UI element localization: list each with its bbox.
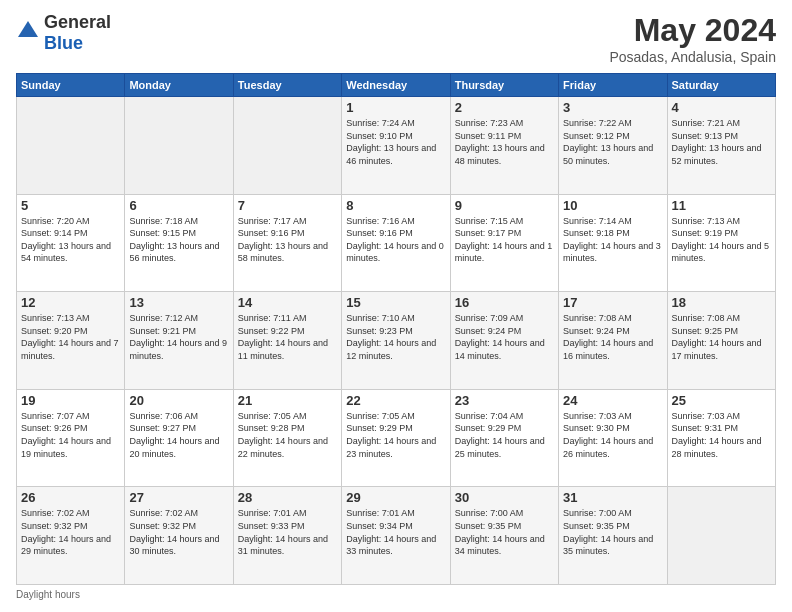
cell-info: Sunrise: 7:05 AMSunset: 9:28 PMDaylight:… [238,410,337,460]
calendar-cell: 31Sunrise: 7:00 AMSunset: 9:35 PMDayligh… [559,487,667,585]
cell-day-number: 15 [346,295,445,310]
logo-blue: Blue [44,33,83,53]
cell-info: Sunrise: 7:00 AMSunset: 9:35 PMDaylight:… [563,507,662,557]
cell-info: Sunrise: 7:00 AMSunset: 9:35 PMDaylight:… [455,507,554,557]
calendar-cell: 19Sunrise: 7:07 AMSunset: 9:26 PMDayligh… [17,389,125,487]
cell-day-number: 17 [563,295,662,310]
cell-info: Sunrise: 7:18 AMSunset: 9:15 PMDaylight:… [129,215,228,265]
cell-day-number: 2 [455,100,554,115]
cell-day-number: 6 [129,198,228,213]
calendar-cell: 20Sunrise: 7:06 AMSunset: 9:27 PMDayligh… [125,389,233,487]
cell-info: Sunrise: 7:24 AMSunset: 9:10 PMDaylight:… [346,117,445,167]
calendar-week-row: 26Sunrise: 7:02 AMSunset: 9:32 PMDayligh… [17,487,776,585]
calendar-cell: 24Sunrise: 7:03 AMSunset: 9:30 PMDayligh… [559,389,667,487]
calendar-cell: 12Sunrise: 7:13 AMSunset: 9:20 PMDayligh… [17,292,125,390]
cell-info: Sunrise: 7:22 AMSunset: 9:12 PMDaylight:… [563,117,662,167]
title-block: May 2024 Posadas, Andalusia, Spain [609,12,776,65]
cell-day-number: 1 [346,100,445,115]
cell-info: Sunrise: 7:16 AMSunset: 9:16 PMDaylight:… [346,215,445,265]
cell-info: Sunrise: 7:12 AMSunset: 9:21 PMDaylight:… [129,312,228,362]
calendar-cell: 17Sunrise: 7:08 AMSunset: 9:24 PMDayligh… [559,292,667,390]
cell-info: Sunrise: 7:15 AMSunset: 9:17 PMDaylight:… [455,215,554,265]
cell-info: Sunrise: 7:08 AMSunset: 9:25 PMDaylight:… [672,312,771,362]
cell-info: Sunrise: 7:13 AMSunset: 9:20 PMDaylight:… [21,312,120,362]
calendar-day-header: Thursday [450,74,558,97]
logo: General Blue [16,12,111,54]
calendar-cell: 30Sunrise: 7:00 AMSunset: 9:35 PMDayligh… [450,487,558,585]
cell-day-number: 24 [563,393,662,408]
calendar-week-row: 12Sunrise: 7:13 AMSunset: 9:20 PMDayligh… [17,292,776,390]
cell-day-number: 18 [672,295,771,310]
cell-day-number: 14 [238,295,337,310]
cell-info: Sunrise: 7:14 AMSunset: 9:18 PMDaylight:… [563,215,662,265]
calendar-cell: 2Sunrise: 7:23 AMSunset: 9:11 PMDaylight… [450,97,558,195]
calendar-cell [17,97,125,195]
calendar-week-row: 1Sunrise: 7:24 AMSunset: 9:10 PMDaylight… [17,97,776,195]
daylight-label: Daylight hours [16,589,80,600]
calendar-cell: 15Sunrise: 7:10 AMSunset: 9:23 PMDayligh… [342,292,450,390]
cell-day-number: 12 [21,295,120,310]
cell-info: Sunrise: 7:23 AMSunset: 9:11 PMDaylight:… [455,117,554,167]
header: General Blue May 2024 Posadas, Andalusia… [16,12,776,65]
logo-icon [16,19,40,47]
calendar-cell: 6Sunrise: 7:18 AMSunset: 9:15 PMDaylight… [125,194,233,292]
footer-note: Daylight hours [16,589,776,600]
svg-marker-0 [18,21,38,37]
calendar-day-header: Sunday [17,74,125,97]
cell-day-number: 7 [238,198,337,213]
calendar-day-header: Tuesday [233,74,341,97]
cell-day-number: 23 [455,393,554,408]
cell-day-number: 22 [346,393,445,408]
calendar-day-header: Wednesday [342,74,450,97]
cell-info: Sunrise: 7:13 AMSunset: 9:19 PMDaylight:… [672,215,771,265]
cell-info: Sunrise: 7:03 AMSunset: 9:31 PMDaylight:… [672,410,771,460]
cell-info: Sunrise: 7:05 AMSunset: 9:29 PMDaylight:… [346,410,445,460]
cell-day-number: 3 [563,100,662,115]
calendar-cell: 3Sunrise: 7:22 AMSunset: 9:12 PMDaylight… [559,97,667,195]
calendar-day-header: Saturday [667,74,775,97]
cell-info: Sunrise: 7:03 AMSunset: 9:30 PMDaylight:… [563,410,662,460]
cell-day-number: 20 [129,393,228,408]
cell-day-number: 25 [672,393,771,408]
logo-general: General [44,12,111,32]
calendar-cell [125,97,233,195]
cell-day-number: 19 [21,393,120,408]
calendar-day-header: Friday [559,74,667,97]
subtitle: Posadas, Andalusia, Spain [609,49,776,65]
calendar-cell: 23Sunrise: 7:04 AMSunset: 9:29 PMDayligh… [450,389,558,487]
cell-info: Sunrise: 7:06 AMSunset: 9:27 PMDaylight:… [129,410,228,460]
cell-day-number: 8 [346,198,445,213]
cell-info: Sunrise: 7:02 AMSunset: 9:32 PMDaylight:… [21,507,120,557]
cell-info: Sunrise: 7:20 AMSunset: 9:14 PMDaylight:… [21,215,120,265]
cell-info: Sunrise: 7:10 AMSunset: 9:23 PMDaylight:… [346,312,445,362]
cell-day-number: 28 [238,490,337,505]
cell-day-number: 31 [563,490,662,505]
cell-day-number: 26 [21,490,120,505]
calendar: SundayMondayTuesdayWednesdayThursdayFrid… [16,73,776,585]
calendar-cell: 18Sunrise: 7:08 AMSunset: 9:25 PMDayligh… [667,292,775,390]
calendar-cell [233,97,341,195]
calendar-header-row: SundayMondayTuesdayWednesdayThursdayFrid… [17,74,776,97]
logo-text: General Blue [44,12,111,54]
cell-day-number: 5 [21,198,120,213]
cell-info: Sunrise: 7:21 AMSunset: 9:13 PMDaylight:… [672,117,771,167]
calendar-cell: 1Sunrise: 7:24 AMSunset: 9:10 PMDaylight… [342,97,450,195]
calendar-cell: 11Sunrise: 7:13 AMSunset: 9:19 PMDayligh… [667,194,775,292]
cell-day-number: 13 [129,295,228,310]
cell-day-number: 16 [455,295,554,310]
cell-info: Sunrise: 7:07 AMSunset: 9:26 PMDaylight:… [21,410,120,460]
calendar-cell: 27Sunrise: 7:02 AMSunset: 9:32 PMDayligh… [125,487,233,585]
cell-day-number: 9 [455,198,554,213]
cell-day-number: 30 [455,490,554,505]
cell-day-number: 29 [346,490,445,505]
calendar-cell: 16Sunrise: 7:09 AMSunset: 9:24 PMDayligh… [450,292,558,390]
calendar-week-row: 19Sunrise: 7:07 AMSunset: 9:26 PMDayligh… [17,389,776,487]
calendar-cell [667,487,775,585]
calendar-cell: 26Sunrise: 7:02 AMSunset: 9:32 PMDayligh… [17,487,125,585]
page: General Blue May 2024 Posadas, Andalusia… [0,0,792,612]
cell-day-number: 11 [672,198,771,213]
cell-info: Sunrise: 7:11 AMSunset: 9:22 PMDaylight:… [238,312,337,362]
calendar-cell: 25Sunrise: 7:03 AMSunset: 9:31 PMDayligh… [667,389,775,487]
calendar-cell: 28Sunrise: 7:01 AMSunset: 9:33 PMDayligh… [233,487,341,585]
calendar-cell: 21Sunrise: 7:05 AMSunset: 9:28 PMDayligh… [233,389,341,487]
